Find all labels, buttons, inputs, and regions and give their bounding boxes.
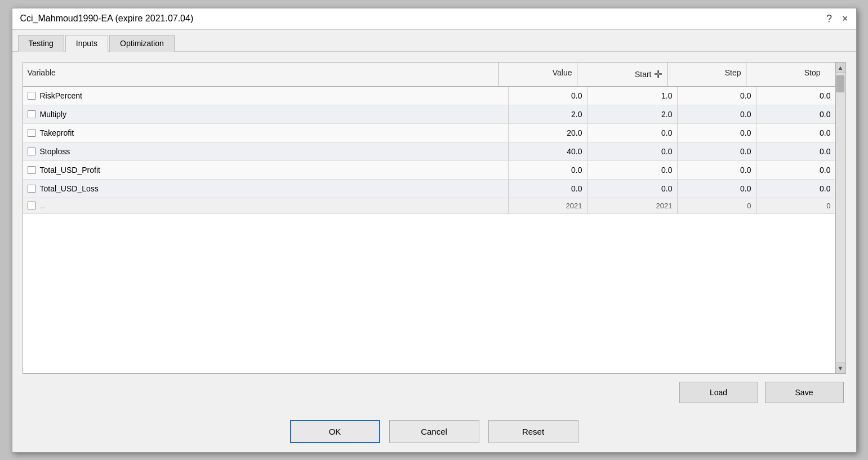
cell-value-4[interactable]: 0.0: [509, 161, 587, 179]
help-button[interactable]: ?: [826, 13, 832, 25]
cell-value-0[interactable]: 0.0: [509, 87, 587, 105]
title-bar-controls: ? ×: [826, 13, 848, 25]
row-checkbox-1[interactable]: [28, 110, 35, 118]
table-row: Multiply 2.0 2.0 0.0 0.0: [23, 105, 835, 124]
cell-variable-0: RiskPercent: [23, 87, 509, 105]
cell-start-2[interactable]: 0.0: [587, 124, 678, 142]
cell-start-partial: 2021: [587, 198, 678, 214]
load-save-buttons: Load Save: [23, 382, 846, 403]
cell-start-0[interactable]: 1.0: [587, 87, 678, 105]
cell-variable-2: Takeprofit: [23, 124, 509, 142]
cell-start-3[interactable]: 0.0: [587, 142, 678, 160]
col-header-start[interactable]: Start ✛: [577, 62, 667, 86]
cell-stop-0[interactable]: 0.0: [756, 87, 835, 105]
footer-buttons: OK Cancel Reset: [12, 414, 856, 452]
table-header: Variable Value Start ✛ Step: [23, 62, 835, 87]
cell-step-2[interactable]: 0.0: [678, 124, 756, 142]
col-header-value: Value: [498, 62, 577, 86]
cell-stop-3[interactable]: 0.0: [756, 142, 835, 160]
tabs-row: Testing Inputs Optimization: [12, 30, 856, 52]
cell-stop-2[interactable]: 0.0: [756, 124, 835, 142]
inputs-table-container: Variable Value Start ✛ Step: [23, 62, 846, 374]
window-title: Cci_Mahmoud1990-EA (expire 2021.07.04): [20, 14, 194, 24]
tab-optimization[interactable]: Optimization: [109, 35, 175, 52]
cell-stop-1[interactable]: 0.0: [756, 105, 835, 123]
cell-step-1[interactable]: 0.0: [678, 105, 756, 123]
cell-variable-partial: ...: [23, 198, 509, 214]
row-checkbox-3[interactable]: [28, 148, 35, 155]
table-row: Stoploss 40.0 0.0 0.0 0.0: [23, 142, 835, 161]
load-button[interactable]: Load: [679, 382, 758, 403]
cell-variable-5: Total_USD_Loss: [23, 180, 509, 198]
cell-step-5[interactable]: 0.0: [678, 180, 756, 198]
cell-start-1[interactable]: 2.0: [587, 105, 678, 123]
row-checkbox-2[interactable]: [28, 129, 35, 137]
col-header-variable: Variable: [23, 62, 498, 86]
reset-button[interactable]: Reset: [488, 420, 578, 443]
row-checkbox-4[interactable]: [28, 166, 35, 174]
table-body: RiskPercent 0.0 1.0 0.0 0.0: [23, 87, 835, 373]
col-header-stop: Stop: [746, 62, 825, 86]
row-checkbox-partial[interactable]: [28, 202, 35, 209]
cell-variable-3: Stoploss: [23, 142, 509, 160]
cell-step-4[interactable]: 0.0: [678, 161, 756, 179]
table-row: Total_USD_Profit 0.0 0.0 0.0 0.0: [23, 161, 835, 180]
cell-start-5[interactable]: 0.0: [587, 180, 678, 198]
tab-testing[interactable]: Testing: [18, 35, 64, 52]
tab-inputs[interactable]: Inputs: [65, 35, 108, 52]
table-scrollbar[interactable]: ▲ ▼: [835, 62, 845, 373]
table-row: Total_USD_Loss 0.0 0.0 0.0 0.0: [23, 180, 835, 198]
dialog-window: Cci_Mahmoud1990-EA (expire 2021.07.04) ?…: [12, 8, 857, 453]
scroll-thumb[interactable]: [836, 75, 844, 92]
col-header-step: Step: [667, 62, 746, 86]
cell-stop-partial: 0: [756, 198, 835, 214]
scroll-down-arrow[interactable]: ▼: [836, 363, 845, 373]
table-row: Takeprofit 20.0 0.0 0.0 0.0: [23, 124, 835, 142]
table-row-partial: ... 2021 2021 0 0: [23, 198, 835, 214]
content-area: Variable Value Start ✛ Step: [12, 52, 856, 414]
ok-button[interactable]: OK: [290, 420, 380, 443]
cell-stop-4[interactable]: 0.0: [756, 161, 835, 179]
cell-variable-1: Multiply: [23, 105, 509, 123]
save-button[interactable]: Save: [765, 382, 844, 403]
cell-value-1[interactable]: 2.0: [509, 105, 587, 123]
cell-value-partial: 2021: [509, 198, 587, 214]
cell-stop-5[interactable]: 0.0: [756, 180, 835, 198]
close-button[interactable]: ×: [842, 13, 848, 25]
cell-step-0[interactable]: 0.0: [678, 87, 756, 105]
row-checkbox-0[interactable]: [28, 92, 35, 100]
cell-value-5[interactable]: 0.0: [509, 180, 587, 198]
cancel-button[interactable]: Cancel: [389, 420, 479, 443]
cell-start-4[interactable]: 0.0: [587, 161, 678, 179]
scroll-up-arrow[interactable]: ▲: [836, 62, 845, 73]
title-bar: Cci_Mahmoud1990-EA (expire 2021.07.04) ?…: [12, 8, 856, 30]
cell-value-3[interactable]: 40.0: [509, 142, 587, 160]
cell-step-partial: 0: [678, 198, 756, 214]
table-row: RiskPercent 0.0 1.0 0.0 0.0: [23, 87, 835, 105]
cell-variable-4: Total_USD_Profit: [23, 161, 509, 179]
cell-value-2[interactable]: 20.0: [509, 124, 587, 142]
table-main: Variable Value Start ✛ Step: [23, 62, 835, 373]
resize-cursor-icon: ✛: [654, 68, 662, 81]
row-checkbox-5[interactable]: [28, 185, 35, 193]
cell-step-3[interactable]: 0.0: [678, 142, 756, 160]
